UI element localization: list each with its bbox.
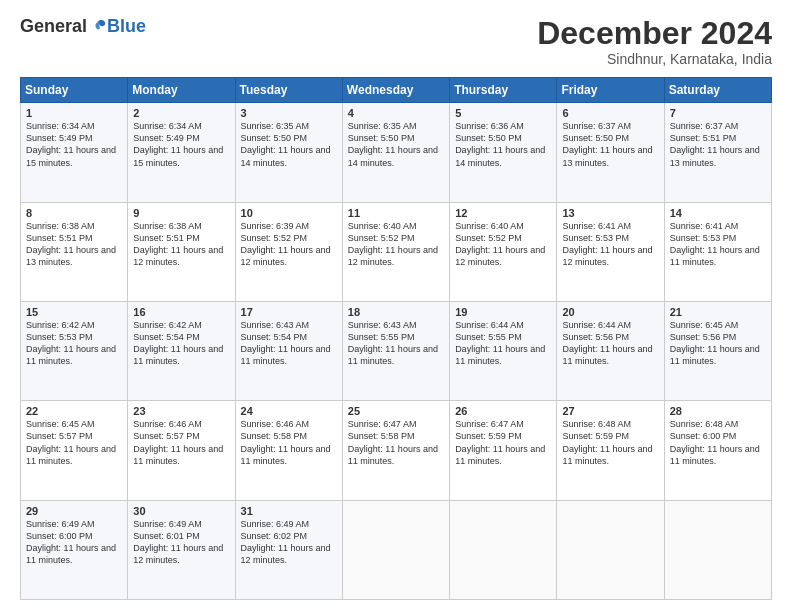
day-number: 12 [455, 207, 551, 219]
day-number: 29 [26, 505, 122, 517]
table-row: 14Sunrise: 6:41 AMSunset: 5:53 PMDayligh… [664, 202, 771, 301]
day-number: 21 [670, 306, 766, 318]
table-row: 9Sunrise: 6:38 AMSunset: 5:51 PMDaylight… [128, 202, 235, 301]
table-row: 22Sunrise: 6:45 AMSunset: 5:57 PMDayligh… [21, 401, 128, 500]
day-info: Sunrise: 6:41 AMSunset: 5:53 PMDaylight:… [562, 221, 652, 267]
table-row: 16Sunrise: 6:42 AMSunset: 5:54 PMDayligh… [128, 301, 235, 400]
page: General Blue December 2024 Sindhnur, Kar… [0, 0, 792, 612]
day-info: Sunrise: 6:41 AMSunset: 5:53 PMDaylight:… [670, 221, 760, 267]
day-number: 31 [241, 505, 337, 517]
table-row: 17Sunrise: 6:43 AMSunset: 5:54 PMDayligh… [235, 301, 342, 400]
table-row: 28Sunrise: 6:48 AMSunset: 6:00 PMDayligh… [664, 401, 771, 500]
day-info: Sunrise: 6:39 AMSunset: 5:52 PMDaylight:… [241, 221, 331, 267]
table-row: 31Sunrise: 6:49 AMSunset: 6:02 PMDayligh… [235, 500, 342, 599]
logo-blue: Blue [107, 16, 146, 37]
day-number: 25 [348, 405, 444, 417]
day-number: 14 [670, 207, 766, 219]
col-monday: Monday [128, 78, 235, 103]
col-saturday: Saturday [664, 78, 771, 103]
table-row: 12Sunrise: 6:40 AMSunset: 5:52 PMDayligh… [450, 202, 557, 301]
day-number: 27 [562, 405, 658, 417]
table-row: 29Sunrise: 6:49 AMSunset: 6:00 PMDayligh… [21, 500, 128, 599]
day-info: Sunrise: 6:35 AMSunset: 5:50 PMDaylight:… [348, 121, 438, 167]
table-row [450, 500, 557, 599]
table-row: 23Sunrise: 6:46 AMSunset: 5:57 PMDayligh… [128, 401, 235, 500]
table-row: 3Sunrise: 6:35 AMSunset: 5:50 PMDaylight… [235, 103, 342, 202]
table-row: 10Sunrise: 6:39 AMSunset: 5:52 PMDayligh… [235, 202, 342, 301]
calendar-week-2: 8Sunrise: 6:38 AMSunset: 5:51 PMDaylight… [21, 202, 772, 301]
day-number: 18 [348, 306, 444, 318]
day-info: Sunrise: 6:45 AMSunset: 5:56 PMDaylight:… [670, 320, 760, 366]
col-friday: Friday [557, 78, 664, 103]
logo: General Blue [20, 16, 146, 37]
table-row: 15Sunrise: 6:42 AMSunset: 5:53 PMDayligh… [21, 301, 128, 400]
table-row: 20Sunrise: 6:44 AMSunset: 5:56 PMDayligh… [557, 301, 664, 400]
day-info: Sunrise: 6:38 AMSunset: 5:51 PMDaylight:… [133, 221, 223, 267]
day-info: Sunrise: 6:40 AMSunset: 5:52 PMDaylight:… [455, 221, 545, 267]
table-row [342, 500, 449, 599]
day-number: 11 [348, 207, 444, 219]
day-number: 4 [348, 107, 444, 119]
table-row: 30Sunrise: 6:49 AMSunset: 6:01 PMDayligh… [128, 500, 235, 599]
day-number: 5 [455, 107, 551, 119]
table-row: 4Sunrise: 6:35 AMSunset: 5:50 PMDaylight… [342, 103, 449, 202]
day-info: Sunrise: 6:43 AMSunset: 5:55 PMDaylight:… [348, 320, 438, 366]
calendar-body: 1Sunrise: 6:34 AMSunset: 5:49 PMDaylight… [21, 103, 772, 600]
table-row: 26Sunrise: 6:47 AMSunset: 5:59 PMDayligh… [450, 401, 557, 500]
day-number: 17 [241, 306, 337, 318]
table-row: 21Sunrise: 6:45 AMSunset: 5:56 PMDayligh… [664, 301, 771, 400]
day-number: 24 [241, 405, 337, 417]
day-info: Sunrise: 6:45 AMSunset: 5:57 PMDaylight:… [26, 419, 116, 465]
day-info: Sunrise: 6:46 AMSunset: 5:58 PMDaylight:… [241, 419, 331, 465]
day-number: 28 [670, 405, 766, 417]
table-row: 27Sunrise: 6:48 AMSunset: 5:59 PMDayligh… [557, 401, 664, 500]
col-sunday: Sunday [21, 78, 128, 103]
day-info: Sunrise: 6:37 AMSunset: 5:51 PMDaylight:… [670, 121, 760, 167]
day-number: 30 [133, 505, 229, 517]
day-number: 20 [562, 306, 658, 318]
day-info: Sunrise: 6:40 AMSunset: 5:52 PMDaylight:… [348, 221, 438, 267]
day-number: 8 [26, 207, 122, 219]
day-number: 22 [26, 405, 122, 417]
table-row: 6Sunrise: 6:37 AMSunset: 5:50 PMDaylight… [557, 103, 664, 202]
calendar-week-1: 1Sunrise: 6:34 AMSunset: 5:49 PMDaylight… [21, 103, 772, 202]
day-info: Sunrise: 6:42 AMSunset: 5:53 PMDaylight:… [26, 320, 116, 366]
day-info: Sunrise: 6:48 AMSunset: 5:59 PMDaylight:… [562, 419, 652, 465]
day-number: 15 [26, 306, 122, 318]
day-info: Sunrise: 6:44 AMSunset: 5:55 PMDaylight:… [455, 320, 545, 366]
day-info: Sunrise: 6:47 AMSunset: 5:59 PMDaylight:… [455, 419, 545, 465]
day-info: Sunrise: 6:34 AMSunset: 5:49 PMDaylight:… [26, 121, 116, 167]
day-info: Sunrise: 6:37 AMSunset: 5:50 PMDaylight:… [562, 121, 652, 167]
table-row [664, 500, 771, 599]
table-row: 2Sunrise: 6:34 AMSunset: 5:49 PMDaylight… [128, 103, 235, 202]
day-info: Sunrise: 6:48 AMSunset: 6:00 PMDaylight:… [670, 419, 760, 465]
calendar-header: Sunday Monday Tuesday Wednesday Thursday… [21, 78, 772, 103]
table-row: 18Sunrise: 6:43 AMSunset: 5:55 PMDayligh… [342, 301, 449, 400]
day-info: Sunrise: 6:49 AMSunset: 6:00 PMDaylight:… [26, 519, 116, 565]
day-number: 6 [562, 107, 658, 119]
table-row: 19Sunrise: 6:44 AMSunset: 5:55 PMDayligh… [450, 301, 557, 400]
calendar-week-4: 22Sunrise: 6:45 AMSunset: 5:57 PMDayligh… [21, 401, 772, 500]
col-tuesday: Tuesday [235, 78, 342, 103]
table-row: 1Sunrise: 6:34 AMSunset: 5:49 PMDaylight… [21, 103, 128, 202]
logo-general: General [20, 16, 87, 37]
day-info: Sunrise: 6:46 AMSunset: 5:57 PMDaylight:… [133, 419, 223, 465]
day-number: 23 [133, 405, 229, 417]
table-row: 5Sunrise: 6:36 AMSunset: 5:50 PMDaylight… [450, 103, 557, 202]
col-wednesday: Wednesday [342, 78, 449, 103]
table-row: 8Sunrise: 6:38 AMSunset: 5:51 PMDaylight… [21, 202, 128, 301]
table-row: 13Sunrise: 6:41 AMSunset: 5:53 PMDayligh… [557, 202, 664, 301]
header-row: Sunday Monday Tuesday Wednesday Thursday… [21, 78, 772, 103]
day-info: Sunrise: 6:36 AMSunset: 5:50 PMDaylight:… [455, 121, 545, 167]
day-info: Sunrise: 6:34 AMSunset: 5:49 PMDaylight:… [133, 121, 223, 167]
title-area: December 2024 Sindhnur, Karnataka, India [537, 16, 772, 67]
logo-text: General Blue [20, 16, 146, 37]
day-number: 7 [670, 107, 766, 119]
day-info: Sunrise: 6:38 AMSunset: 5:51 PMDaylight:… [26, 221, 116, 267]
calendar-table: Sunday Monday Tuesday Wednesday Thursday… [20, 77, 772, 600]
day-number: 1 [26, 107, 122, 119]
day-number: 3 [241, 107, 337, 119]
calendar-week-5: 29Sunrise: 6:49 AMSunset: 6:00 PMDayligh… [21, 500, 772, 599]
day-number: 16 [133, 306, 229, 318]
day-info: Sunrise: 6:49 AMSunset: 6:02 PMDaylight:… [241, 519, 331, 565]
